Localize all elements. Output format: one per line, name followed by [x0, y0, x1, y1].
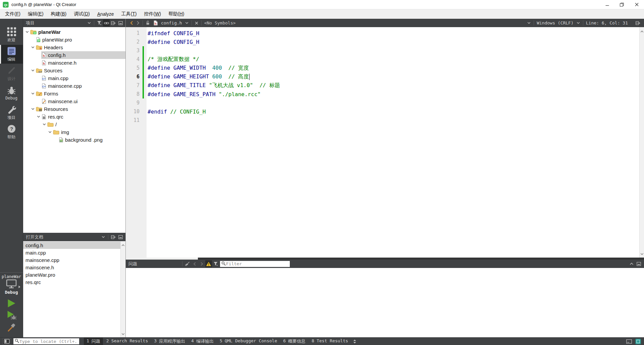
scroll-down-icon[interactable] — [121, 331, 125, 337]
next-item-icon[interactable] — [198, 260, 205, 267]
kit-selector[interactable]: planeWar Debug — [0, 272, 23, 337]
tree-item[interactable]: img — [23, 128, 125, 136]
open-file-name[interactable]: config.h — [160, 20, 183, 25]
tree-item[interactable]: hHeaders — [23, 44, 125, 51]
expand-chevron-icon[interactable] — [24, 31, 30, 33]
go-forward-icon[interactable] — [135, 19, 141, 27]
tree-item[interactable]: C+Sources — [23, 67, 125, 74]
tree-item[interactable]: background .png — [23, 136, 125, 144]
maximize-button[interactable] — [614, 0, 629, 9]
menu-item[interactable]: 帮助(H) — [165, 10, 188, 18]
expand-chevron-icon[interactable] — [36, 116, 41, 118]
output-pane-button-2[interactable]: 2Search Results — [104, 338, 151, 345]
mode-item-help[interactable]: ?帮助 — [0, 123, 23, 141]
scrollbar-thumb[interactable] — [126, 258, 198, 260]
tree-item[interactable]: Forms — [23, 90, 125, 97]
panel-mode-dropdown[interactable] — [86, 19, 93, 26]
open-document-item[interactable]: res.qrc — [23, 278, 120, 286]
filter-tree-icon[interactable] — [96, 19, 103, 26]
split-editor-icon[interactable] — [634, 19, 642, 27]
tree-item[interactable]: hmainscene.h — [23, 59, 125, 67]
mode-item-projects[interactable]: 项目 — [0, 103, 23, 122]
close-panel-icon[interactable] — [117, 19, 124, 26]
scroll-up-icon[interactable] — [121, 242, 125, 248]
tree-item[interactable]: C+main.cpp — [23, 74, 125, 82]
output-console-icon[interactable] — [625, 339, 634, 344]
menu-item[interactable]: 控件(W) — [140, 10, 165, 18]
expand-chevron-icon[interactable] — [30, 92, 36, 95]
mode-item-debug[interactable]: Debug — [0, 84, 23, 102]
code-line[interactable]: 3 — [126, 46, 639, 55]
line-ending-selector[interactable]: Windows (CRLF) — [535, 20, 575, 25]
tree-item[interactable]: QtplaneWar.pro — [23, 36, 125, 44]
panel-mode-dropdown[interactable] — [100, 233, 107, 240]
minimize-button[interactable] — [600, 0, 614, 9]
code-line[interactable]: 4/* 游戏配置数据 */ — [126, 55, 639, 64]
tree-item[interactable]: res.qrc — [23, 113, 125, 121]
output-pane-button-3[interactable]: 3应用程序输出 — [151, 338, 188, 345]
locator-input[interactable] — [13, 338, 79, 344]
editor-horizontal-scrollbar[interactable] — [126, 258, 644, 260]
symbols-dropdown[interactable]: <No Symbols> — [203, 20, 237, 25]
tree-item[interactable]: Resources — [23, 105, 125, 113]
split-panel-icon[interactable] — [110, 19, 117, 26]
mode-item-edit[interactable]: 编辑 — [0, 45, 23, 64]
code-line[interactable]: 2#define CONFIG_H — [126, 38, 639, 46]
output-pane-button-6[interactable]: 6概要信息 — [280, 338, 308, 345]
code-line[interactable]: 9 — [126, 98, 639, 107]
tree-item[interactable]: hconfig.h — [23, 51, 125, 59]
issues-filter-input[interactable] — [220, 261, 290, 267]
split-panel-icon[interactable] — [110, 233, 117, 240]
open-document-item[interactable]: mainscene.cpp — [23, 256, 120, 264]
toggle-sidebar-icon[interactable] — [3, 338, 11, 345]
menu-item[interactable]: 文件(F) — [1, 10, 24, 18]
show-warnings-toggle[interactable] — [205, 260, 212, 267]
output-pane-button-4[interactable]: 4编译输出 — [189, 338, 216, 345]
go-back-icon[interactable] — [128, 19, 135, 27]
menu-item[interactable]: 构建(B) — [47, 10, 70, 18]
previous-item-icon[interactable] — [191, 260, 198, 267]
output-pane-button-8[interactable]: 8Test Results — [309, 338, 351, 345]
build-button[interactable] — [7, 322, 16, 332]
tree-item[interactable]: C+mainscene.cpp — [23, 82, 125, 90]
output-pane-button-1[interactable]: 1问题 — [84, 338, 103, 345]
maximize-output-icon[interactable] — [628, 260, 635, 267]
code-line[interactable]: 7#define GAME_TITLE "飞机大战 v1.0" // 标题 — [126, 81, 639, 90]
line-ending-dropdown-icon[interactable] — [575, 19, 582, 27]
expand-chevron-icon[interactable] — [30, 69, 36, 72]
menu-item[interactable]: Analyze — [94, 10, 118, 18]
expand-chevron-icon[interactable] — [47, 131, 53, 133]
code-line[interactable]: 1#ifndef CONFIG_H — [126, 29, 639, 38]
close-button[interactable] — [629, 0, 644, 9]
open-document-item[interactable]: config.h — [23, 242, 120, 249]
tree-item[interactable]: QtplaneWar — [23, 28, 125, 36]
open-document-item[interactable]: mainscene.h — [23, 264, 120, 271]
document-dropdown-icon[interactable] — [183, 19, 190, 27]
sync-with-editor-icon[interactable] — [103, 19, 110, 26]
close-panel-icon[interactable] — [117, 233, 124, 240]
menu-item[interactable]: 编辑(E) — [24, 10, 47, 18]
menu-item[interactable]: 调试(D) — [70, 10, 93, 18]
clean-icon[interactable] — [184, 260, 191, 267]
open-document-item[interactable]: planeWar.pro — [23, 271, 120, 278]
code-line[interactable]: 6#define GAME_HEIGHT 600 // 高度 — [126, 72, 639, 81]
tree-item[interactable]: / — [23, 121, 125, 128]
expand-chevron-icon[interactable] — [42, 123, 47, 126]
open-documents-scrollbar[interactable] — [120, 241, 125, 337]
run-debug-button[interactable] — [7, 310, 16, 320]
file-lock-icon[interactable] — [144, 19, 152, 27]
editor-vertical-scrollbar[interactable] — [639, 27, 644, 258]
close-output-icon[interactable] — [635, 260, 642, 267]
symbols-dropdown-icon[interactable] — [526, 19, 532, 27]
code-line[interactable]: 8#define GAME_RES_PATH "./plane.rcc" — [126, 90, 639, 98]
expand-chevron-icon[interactable] — [30, 46, 36, 49]
code-line[interactable]: 5#define GAME_WIDTH 400 // 宽度 — [126, 64, 639, 72]
expand-chevron-icon[interactable] — [30, 108, 36, 110]
code-line[interactable]: 11 — [126, 116, 639, 125]
scroll-down-icon[interactable] — [640, 251, 644, 257]
output-pane-button-5[interactable]: 5QML Debugger Console — [217, 338, 280, 345]
run-button[interactable] — [7, 298, 16, 308]
filter-icon[interactable] — [212, 260, 219, 267]
menu-item[interactable]: 工具(T) — [118, 10, 141, 18]
code-editor[interactable]: 1#ifndef CONFIG_H2#define CONFIG_H34/* 游… — [126, 27, 644, 258]
